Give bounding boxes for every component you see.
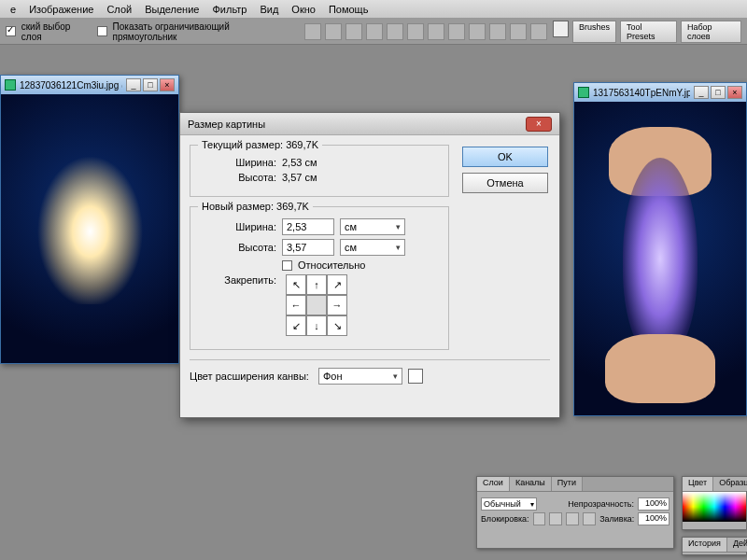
tab-paths[interactable]: Пути [552, 477, 583, 491]
image-content [28, 143, 152, 304]
align-icon[interactable] [304, 23, 321, 40]
document-titlebar[interactable]: 1317563140TpENmY.jpg @ 100... _ □ × [574, 83, 746, 102]
auto-layer-label: ский выбор слоя [21, 21, 92, 42]
anchor-w[interactable]: ← [286, 295, 306, 315]
align-icon[interactable] [407, 23, 424, 40]
auto-layer-checkbox[interactable] [6, 26, 16, 36]
anchor-nw[interactable]: ↖ [286, 274, 306, 295]
document-canvas[interactable] [574, 102, 746, 415]
image-content [623, 158, 698, 358]
menu-item[interactable]: Изображение [29, 4, 93, 15]
tab-channels[interactable]: Каналы [510, 477, 552, 491]
extension-color-label: Цвет расширения канвы: [190, 371, 313, 382]
anchor-se[interactable]: ↘ [327, 315, 347, 336]
anchor-n[interactable]: ↑ [306, 274, 327, 295]
anchor-e[interactable]: → [327, 295, 347, 315]
dialog-titlebar[interactable]: Размер картины × [180, 113, 559, 135]
menu-item[interactable]: Фильтр [212, 4, 247, 15]
align-icon[interactable] [530, 23, 547, 40]
width-input[interactable] [282, 218, 334, 235]
lock-label: Блокировка: [481, 514, 529, 524]
align-icon[interactable] [469, 23, 486, 40]
tab-swatches[interactable]: Образцы [713, 477, 747, 491]
cancel-button[interactable]: Отмена [462, 173, 548, 193]
document-icon [578, 87, 589, 98]
color-panel[interactable]: Цвет Образцы [682, 476, 747, 530]
blend-mode-select[interactable]: Обычный [481, 497, 537, 511]
align-icon[interactable] [387, 23, 403, 40]
canvas-size-dialog: Размер картины × OK Отмена Текущий разме… [179, 112, 560, 418]
anchor-s[interactable]: ↓ [306, 315, 327, 336]
anchor-center[interactable] [306, 295, 327, 315]
layers-panel[interactable]: Слои Каналы Пути Обычный Непрозрачность:… [476, 476, 674, 549]
palette-well-icon[interactable] [553, 21, 569, 37]
menu-item[interactable]: Помощь [329, 4, 369, 15]
minimize-button[interactable]: _ [126, 78, 141, 91]
new-size-legend: Новый размер: 369,7K [198, 201, 313, 212]
tab-actions[interactable]: Дейс [727, 538, 747, 552]
tab-color[interactable]: Цвет [683, 477, 713, 491]
maximize-button[interactable]: □ [711, 86, 726, 99]
document-window-left[interactable]: 12837036121Cm3iu.jpg @ 100%... _ □ × [0, 75, 179, 364]
close-button[interactable]: × [160, 78, 175, 91]
fill-input[interactable]: 100% [638, 512, 669, 525]
lock-pixels-icon[interactable] [549, 512, 562, 525]
lock-all-icon[interactable] [583, 512, 596, 525]
width-label: Ширина: [200, 221, 276, 232]
document-window-right[interactable]: 1317563140TpENmY.jpg @ 100... _ □ × [573, 82, 747, 416]
height-label: Высота: [200, 172, 276, 183]
show-bounds-checkbox[interactable] [97, 26, 107, 36]
maximize-button[interactable]: □ [143, 78, 158, 91]
document-title: 1317563140TpENmY.jpg @ 100... [593, 88, 690, 98]
current-size-group: Текущий размер: 369,7K Ширина:2,53 см Вы… [190, 145, 449, 197]
current-height: 3,57 см [282, 172, 338, 183]
height-input[interactable] [282, 239, 334, 256]
menu-item[interactable]: Выделение [145, 4, 199, 15]
align-icon[interactable] [325, 23, 342, 40]
tab-layers[interactable]: Слои [477, 477, 510, 491]
relative-checkbox[interactable] [282, 260, 292, 271]
height-unit-select[interactable]: см [340, 239, 405, 256]
ok-button[interactable]: OK [462, 147, 548, 167]
align-icon[interactable] [510, 23, 527, 40]
close-button[interactable]: × [727, 86, 742, 99]
anchor-grid[interactable]: ↖↑↗ ←→ ↙↓↘ [286, 274, 347, 336]
color-ramp[interactable] [683, 492, 746, 522]
opacity-input[interactable]: 100% [638, 497, 669, 511]
dialog-title: Размер картины [188, 119, 526, 130]
anchor-sw[interactable]: ↙ [286, 315, 306, 336]
relative-label: Относительно [298, 259, 365, 271]
tab-history[interactable]: История [683, 538, 727, 552]
align-icon[interactable] [448, 23, 465, 40]
width-unit-select[interactable]: см [340, 218, 405, 235]
lock-transparency-icon[interactable] [533, 512, 546, 525]
lock-position-icon[interactable] [566, 512, 579, 525]
menubar: е Изображение Слой Выделение Фильтр Вид … [0, 0, 747, 19]
height-label: Высота: [200, 242, 276, 253]
align-icon[interactable] [489, 23, 506, 40]
close-icon[interactable]: × [526, 117, 552, 132]
anchor-ne[interactable]: ↗ [327, 274, 347, 295]
minimize-button[interactable]: _ [694, 86, 709, 99]
document-titlebar[interactable]: 12837036121Cm3iu.jpg @ 100%... _ □ × [1, 76, 178, 94]
new-size-group: Новый размер: 369,7K Ширина: см Высота: … [190, 206, 449, 350]
menu-item[interactable]: Окно [291, 4, 316, 15]
menu-item[interactable]: Слой [106, 4, 132, 15]
align-icon[interactable] [428, 23, 444, 40]
extension-color-select[interactable]: Фон [318, 368, 402, 385]
extension-color-swatch[interactable] [408, 369, 423, 384]
fill-label: Заливка: [599, 514, 634, 524]
layers-tabs: Слои Каналы Пути [477, 477, 673, 492]
align-icon[interactable] [366, 23, 383, 40]
menu-item[interactable]: Вид [260, 4, 278, 15]
brushes-tab[interactable]: Brushes [572, 21, 616, 43]
tool-presets-tab[interactable]: Tool Presets [620, 21, 677, 43]
layer-set-tab[interactable]: Набор слоев [681, 21, 741, 43]
history-panel[interactable]: История Дейс [682, 537, 747, 555]
menu-item[interactable]: е [10, 4, 16, 15]
width-label: Ширина: [200, 157, 276, 168]
document-canvas[interactable] [1, 94, 178, 363]
options-toolbar: ский выбор слоя Показать ограничивающий … [0, 19, 747, 45]
align-icon[interactable] [345, 23, 362, 40]
anchor-label: Закрепить: [200, 274, 276, 286]
